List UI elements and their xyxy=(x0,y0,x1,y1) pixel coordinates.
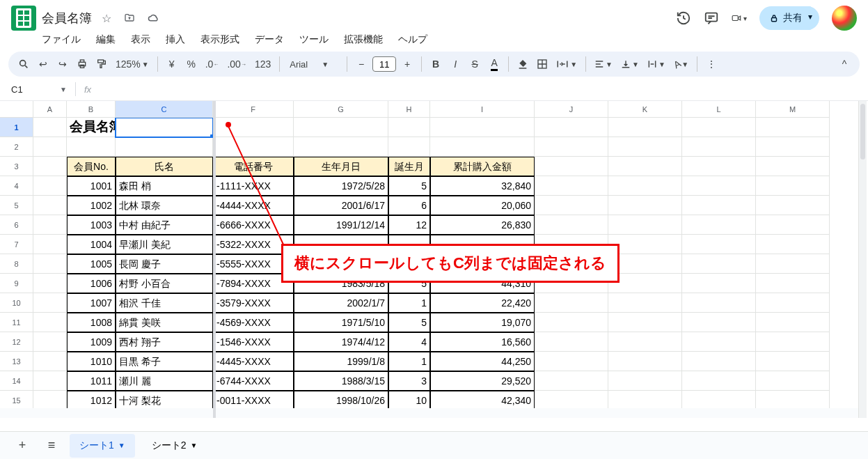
cell[interactable] xyxy=(535,293,608,313)
cell[interactable] xyxy=(116,137,213,157)
menu-data[interactable]: データ xyxy=(253,32,285,47)
percent-icon[interactable]: % xyxy=(183,54,200,74)
cell-total[interactable]: 16,560 xyxy=(430,332,535,352)
cell[interactable] xyxy=(756,293,830,313)
cell-no[interactable]: 1004 xyxy=(67,235,116,254)
more-formats[interactable]: 123 xyxy=(252,54,274,74)
cell[interactable] xyxy=(388,137,430,157)
cell-no[interactable]: 1012 xyxy=(67,391,116,410)
cell[interactable] xyxy=(756,215,830,235)
cell-name[interactable]: 長岡 慶子 xyxy=(116,254,213,274)
row-8[interactable]: 8 xyxy=(0,254,33,274)
cell-phone[interactable]: -4569-XXXX xyxy=(213,313,294,332)
c[interactable] xyxy=(33,254,67,274)
cell[interactable] xyxy=(608,157,682,176)
c[interactable] xyxy=(33,196,67,215)
cell[interactable] xyxy=(756,235,830,254)
col-L[interactable]: L xyxy=(682,101,756,118)
cell[interactable] xyxy=(682,313,756,332)
all-sheets-icon[interactable]: ≡ xyxy=(40,438,63,453)
cell[interactable] xyxy=(756,332,830,352)
cell[interactable] xyxy=(682,176,756,196)
cell[interactable] xyxy=(608,332,682,352)
row-13[interactable]: 13 xyxy=(0,352,33,371)
row-7[interactable]: 7 xyxy=(0,235,33,254)
cell[interactable] xyxy=(608,352,682,371)
cell-no[interactable]: 1003 xyxy=(67,215,116,235)
cell-C1[interactable] xyxy=(116,118,213,137)
cell-bmonth[interactable]: 1 xyxy=(388,293,430,313)
cloud-status-icon[interactable] xyxy=(145,12,163,24)
cell[interactable] xyxy=(682,215,756,235)
c[interactable] xyxy=(33,176,67,196)
cell-no[interactable]: 1010 xyxy=(67,352,116,371)
row-9[interactable]: 9 xyxy=(0,274,33,293)
cell[interactable] xyxy=(535,352,608,371)
star-icon[interactable]: ☆ xyxy=(99,10,114,26)
cell-bmonth[interactable]: 10 xyxy=(388,391,430,410)
cell[interactable] xyxy=(682,235,756,254)
wrap-icon[interactable]: ▼ xyxy=(645,54,668,74)
cell-bmonth[interactable]: 4 xyxy=(388,332,430,352)
cell[interactable] xyxy=(608,391,682,410)
menu-extensions[interactable]: 拡張機能 xyxy=(342,32,384,47)
c[interactable] xyxy=(33,157,67,176)
add-sheet-icon[interactable]: + xyxy=(11,438,33,453)
merge-cells-icon[interactable]: ▼ xyxy=(553,54,580,74)
cell[interactable] xyxy=(388,118,430,137)
cell[interactable] xyxy=(682,118,756,137)
cell[interactable] xyxy=(682,196,756,215)
menu-edit[interactable]: 編集 xyxy=(95,32,117,47)
row-6[interactable]: 6 xyxy=(0,215,33,235)
cell[interactable] xyxy=(608,371,682,391)
v-align-icon[interactable]: ▼ xyxy=(618,54,642,74)
decrease-decimal-icon[interactable]: .0← xyxy=(203,54,222,74)
sheets-app-icon[interactable] xyxy=(11,6,36,31)
cell-phone[interactable]: -4445-XXXX xyxy=(213,352,294,371)
cell-name[interactable]: 西村 翔子 xyxy=(116,332,213,352)
select-all-corner[interactable] xyxy=(0,101,33,118)
cell[interactable] xyxy=(535,391,608,410)
cell-name[interactable]: 十河 梨花 xyxy=(116,391,213,410)
cell-phone[interactable]: -0011-XXXX xyxy=(213,391,294,410)
col-G[interactable]: G xyxy=(294,101,388,118)
cell-total[interactable]: 29,520 xyxy=(430,371,535,391)
share-dropdown[interactable]: ▾ xyxy=(801,6,819,30)
hdr-total[interactable]: 累計購入金額 xyxy=(430,157,535,176)
zoom-select[interactable]: 125%▼ xyxy=(113,54,152,74)
borders-icon[interactable] xyxy=(534,54,551,74)
cell-dob[interactable]: 1991/12/14 xyxy=(294,215,388,235)
row-5[interactable]: 5 xyxy=(0,196,33,215)
decrease-fontsize-icon[interactable]: − xyxy=(353,54,370,74)
paint-format-icon[interactable] xyxy=(93,54,110,74)
cell[interactable] xyxy=(682,274,756,293)
cell[interactable] xyxy=(756,176,830,196)
col-I[interactable]: I xyxy=(430,101,535,118)
cell-no[interactable]: 1005 xyxy=(67,254,116,274)
cell-total[interactable]: 32,840 xyxy=(430,176,535,196)
h-align-icon[interactable]: ▼ xyxy=(592,54,615,74)
cell[interactable] xyxy=(756,352,830,371)
col-A[interactable]: A xyxy=(33,101,67,118)
cell[interactable] xyxy=(608,215,682,235)
cell-name[interactable]: 北林 環奈 xyxy=(116,196,213,215)
row-10[interactable]: 10 xyxy=(0,293,33,313)
cell[interactable] xyxy=(535,157,608,176)
cell-total[interactable]: 22,420 xyxy=(430,293,535,313)
cell-dob[interactable]: 2002/1/7 xyxy=(294,293,388,313)
cell[interactable] xyxy=(608,176,682,196)
cell[interactable] xyxy=(682,157,756,176)
cell-B1[interactable]: 会員名簿 xyxy=(67,118,116,137)
cell-dob[interactable]: 1998/10/26 xyxy=(294,391,388,410)
cell-no[interactable]: 1009 xyxy=(67,332,116,352)
cell-bmonth[interactable]: 12 xyxy=(388,215,430,235)
cell[interactable] xyxy=(535,313,608,332)
fill-color-icon[interactable] xyxy=(514,54,531,74)
cell-phone[interactable]: -1546-XXXX xyxy=(213,332,294,352)
cell[interactable] xyxy=(535,176,608,196)
cell-no[interactable]: 1001 xyxy=(67,176,116,196)
cell-bmonth[interactable]: 5 xyxy=(388,176,430,196)
spreadsheet-grid[interactable]: A B C F G H I J K L M 1会員名簿23会員No.氏名電話番号… xyxy=(0,101,868,418)
cell-dob[interactable]: 1971/5/10 xyxy=(294,313,388,332)
cell[interactable] xyxy=(535,196,608,215)
